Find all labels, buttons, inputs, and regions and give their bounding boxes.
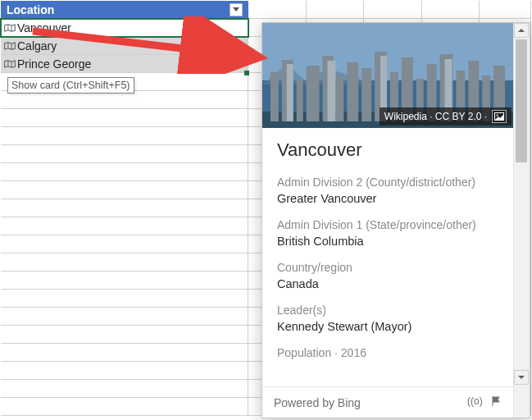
tooltip-show-card: Show card (Ctrl+Shift+F5) [7, 77, 134, 94]
flag-icon[interactable] [490, 395, 502, 409]
cell-text: Prince George [17, 57, 91, 71]
empty-cell[interactable] [1, 127, 248, 145]
selection-fill-handle[interactable] [244, 71, 249, 75]
svg-point-27 [497, 115, 498, 116]
column-header-location[interactable]: Location [1, 1, 248, 19]
geography-icon [4, 41, 16, 51]
field-admin-division-2: Admin Division 2 (County/district/other)… [277, 176, 498, 205]
geography-icon [4, 23, 16, 33]
svg-rect-11 [361, 68, 371, 121]
field-country-region: Country/region Canada [277, 261, 498, 290]
field-label: Population · 2016 [277, 346, 498, 359]
svg-rect-10 [347, 62, 358, 121]
empty-cell[interactable] [1, 308, 248, 326]
scroll-down-button[interactable] [514, 370, 529, 385]
field-leaders: Leader(s) Kennedy Stewart (Mayor) [277, 304, 498, 333]
empty-cell[interactable] [1, 362, 248, 380]
empty-cell[interactable] [1, 235, 248, 253]
field-admin-division-1: Admin Division 1 (State/province/other) … [277, 218, 498, 248]
field-population: Population · 2016 [277, 346, 498, 359]
empty-header-cell[interactable] [422, 1, 480, 19]
geography-icon [4, 59, 16, 69]
card-scrollbar[interactable] [513, 23, 530, 418]
cell-vancouver[interactable]: Vancouver [1, 19, 248, 37]
svg-rect-23 [327, 61, 335, 121]
svg-text:((o)): ((o)) [467, 395, 482, 407]
empty-cell[interactable] [1, 290, 248, 308]
cell-text: Calgary [17, 39, 57, 52]
svg-rect-22 [287, 64, 293, 121]
empty-cell[interactable] [1, 163, 248, 181]
empty-cell[interactable] [1, 91, 248, 109]
empty-cell[interactable] [1, 253, 248, 272]
empty-cell[interactable] [1, 398, 248, 416]
field-label: Admin Division 2 (County/district/other) [277, 176, 498, 189]
filter-dropdown-button[interactable] [230, 3, 243, 16]
field-value[interactable]: British Columbia [277, 235, 498, 248]
empty-header-cell[interactable] [364, 1, 422, 19]
column-header-label: Location [7, 3, 54, 16]
empty-header-cell[interactable] [480, 1, 531, 19]
data-type-card: Wikipedia · CC BY 2.0 · Vancouver Admin … [261, 22, 530, 418]
empty-cell[interactable] [1, 181, 248, 199]
signal-icon[interactable]: ((o)) [467, 395, 482, 409]
field-label: Admin Division 1 (State/province/other) [277, 218, 498, 231]
empty-cell[interactable] [1, 217, 248, 235]
image-expand-icon[interactable] [492, 110, 507, 123]
card-footer: Powered by Bing ((o)) [262, 386, 513, 418]
scroll-up-button[interactable] [514, 23, 529, 38]
cell-calgary[interactable]: Calgary [1, 37, 248, 55]
cell-prince-george[interactable]: Prince George [1, 55, 248, 73]
cell-text: Vancouver [17, 21, 71, 34]
svg-rect-7 [307, 66, 320, 121]
empty-cell[interactable] [1, 109, 248, 127]
empty-cell[interactable] [1, 380, 248, 398]
svg-rect-4 [271, 72, 279, 121]
empty-header-cell[interactable] [248, 1, 307, 19]
field-value[interactable]: Kennedy Stewart (Mayor) [277, 320, 498, 333]
empty-cell[interactable] [1, 326, 248, 344]
field-value[interactable]: Greater Vancouver [277, 192, 498, 205]
empty-header-cell[interactable] [307, 1, 364, 19]
svg-rect-6 [297, 80, 303, 121]
card-title: Vancouver [277, 139, 498, 161]
field-value[interactable]: Canada [277, 277, 498, 290]
image-credit[interactable]: Wikipedia · CC BY 2.0 · [380, 107, 512, 126]
footer-text: Powered by Bing [274, 396, 361, 409]
empty-cell[interactable] [1, 145, 248, 163]
empty-cell[interactable] [1, 344, 248, 362]
empty-cell[interactable] [1, 272, 248, 290]
svg-rect-9 [335, 76, 343, 121]
field-label: Leader(s) [277, 304, 498, 317]
empty-cell[interactable] [1, 199, 248, 217]
field-label: Country/region [277, 261, 498, 274]
card-image[interactable]: Wikipedia · CC BY 2.0 · [262, 23, 513, 128]
scroll-thumb[interactable] [516, 39, 527, 162]
